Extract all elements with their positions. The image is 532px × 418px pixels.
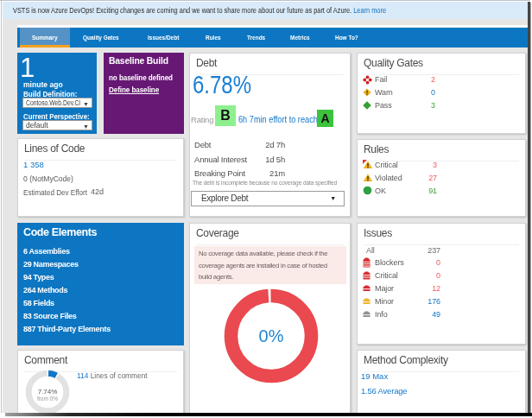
svg-text:from 0%: from 0%	[37, 396, 58, 402]
svg-text:0%: 0%	[259, 326, 284, 345]
svg-text:7.74%: 7.74%	[38, 388, 58, 396]
